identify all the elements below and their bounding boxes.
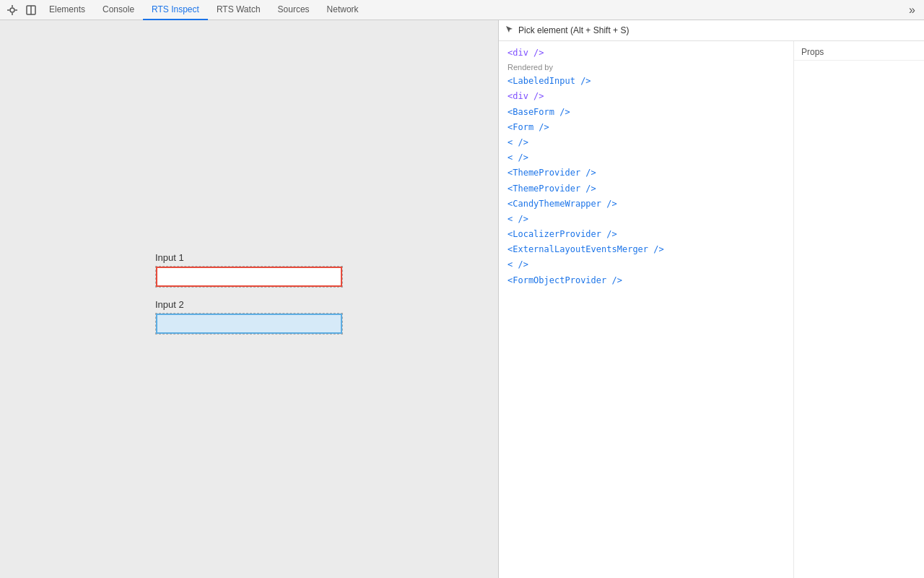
- tab-bar: Elements Console RTS Inspect RTS Watch S…: [40, 0, 903, 20]
- pick-element-label: Pick element (Alt + Shift + S): [518, 25, 629, 35]
- tree-item-1[interactable]: <div />: [499, 89, 793, 104]
- tree-item-6[interactable]: <ThemeProvider />: [499, 165, 793, 181]
- tab-console[interactable]: Console: [94, 0, 143, 20]
- tree-item-5[interactable]: < />: [499, 150, 793, 165]
- pick-cursor-icon: [505, 25, 514, 36]
- tree-tag-3: <Form />: [507, 122, 549, 132]
- form-area: Input 1 Input 2: [155, 252, 343, 346]
- tree-tag-9: < />: [507, 214, 528, 224]
- tab-network[interactable]: Network: [318, 0, 367, 20]
- input1-selected-area: [155, 266, 343, 288]
- props-header: Props: [794, 44, 924, 61]
- tree-item-4[interactable]: < />: [499, 135, 793, 150]
- tree-tag-8: <CandyThemeWrapper />: [507, 199, 617, 209]
- input-group-2: Input 2: [155, 299, 343, 335]
- tree-item-2[interactable]: <BaseForm />: [499, 105, 793, 120]
- tree-item-11[interactable]: <ExternalLayoutEventsMerger />: [499, 242, 793, 257]
- main-layout: Input 1 Input 2: [0, 20, 924, 578]
- tree-tag-11: <ExternalLayoutEventsMerger />: [507, 244, 664, 254]
- tree-tag-2: <BaseForm />: [507, 107, 570, 117]
- devtools-toolbar: Elements Console RTS Inspect RTS Watch S…: [0, 0, 924, 20]
- tree-root-tag: <div />: [507, 48, 544, 58]
- component-tree[interactable]: <div /> Rendered by <LabeledInput /> <di…: [499, 41, 794, 578]
- tree-tag-12: < />: [507, 259, 528, 269]
- tree-tag-6: <ThemeProvider />: [507, 168, 596, 178]
- tree-tag-4: < />: [507, 137, 528, 147]
- pick-element-bar[interactable]: Pick element (Alt + Shift + S): [499, 20, 924, 41]
- tab-sources[interactable]: Sources: [269, 0, 318, 20]
- props-panel: Props: [794, 41, 924, 578]
- inspector-panel: Pick element (Alt + Shift + S) <div /> R…: [498, 20, 924, 578]
- input2-label: Input 2: [155, 299, 343, 310]
- tree-tag-0: <LabeledInput />: [507, 76, 591, 86]
- rendered-by-label: Rendered by: [499, 61, 793, 74]
- tree-tag-1: <div />: [507, 91, 544, 101]
- input2-selected-area: [155, 313, 343, 335]
- tree-item-0[interactable]: <LabeledInput />: [499, 74, 793, 89]
- tree-item-10[interactable]: <LocalizerProvider />: [499, 227, 793, 242]
- input-group-1: Input 1: [155, 252, 343, 288]
- tree-tag-10: <LocalizerProvider />: [507, 229, 617, 239]
- tab-elements[interactable]: Elements: [40, 0, 94, 20]
- tree-tag-7: <ThemeProvider />: [507, 184, 596, 194]
- toggle-panel-icon-btn[interactable]: [22, 1, 40, 20]
- input1-field[interactable]: [156, 267, 342, 287]
- more-tabs-btn[interactable]: »: [903, 4, 921, 17]
- tree-tag-5: < />: [507, 152, 528, 163]
- tree-item-9[interactable]: < />: [499, 212, 793, 227]
- tree-tag-13: <FormObjectProvider />: [507, 275, 622, 285]
- input2-field[interactable]: [156, 314, 342, 334]
- tab-rts-inspect[interactable]: RTS Inspect: [143, 0, 208, 20]
- tree-item-12[interactable]: < />: [499, 257, 793, 272]
- tree-item-8[interactable]: <CandyThemeWrapper />: [499, 197, 793, 212]
- tree-item-13[interactable]: <FormObjectProvider />: [499, 273, 793, 288]
- tree-root[interactable]: <div />: [499, 46, 793, 61]
- tab-rts-watch[interactable]: RTS Watch: [208, 0, 269, 20]
- preview-panel: Input 1 Input 2: [0, 20, 498, 578]
- svg-point-4: [10, 8, 14, 12]
- tree-item-3[interactable]: <Form />: [499, 120, 793, 135]
- tree-item-7[interactable]: <ThemeProvider />: [499, 181, 793, 197]
- input1-label: Input 1: [155, 252, 343, 263]
- preview-content: Input 1 Input 2: [0, 20, 498, 578]
- pick-element-icon-btn[interactable]: [3, 1, 22, 20]
- inspector-content: <div /> Rendered by <LabeledInput /> <di…: [499, 41, 924, 578]
